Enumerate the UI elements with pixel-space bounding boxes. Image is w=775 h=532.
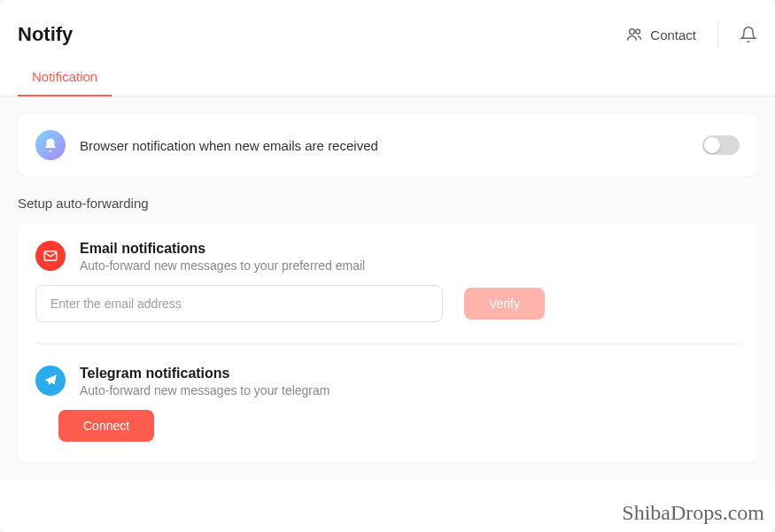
section-label: Setup auto-forwarding <box>18 196 757 211</box>
bell-icon[interactable] <box>740 26 757 43</box>
email-notif-subtitle: Auto-forward new messages to your prefer… <box>80 258 365 273</box>
divider <box>717 21 718 48</box>
verify-button[interactable]: Verify <box>464 288 545 320</box>
connect-button[interactable]: Connect <box>58 410 154 442</box>
telegram-notif-subtitle: Auto-forward new messages to your telegr… <box>80 383 329 397</box>
watermark: ShibaDrops.com <box>622 501 764 525</box>
email-icon <box>35 241 66 271</box>
users-icon <box>625 26 643 43</box>
svg-point-1 <box>636 29 640 34</box>
contact-label: Contact <box>650 27 696 42</box>
telegram-notif-title: Telegram notifications <box>80 366 329 382</box>
contact-link[interactable]: Contact <box>625 26 696 43</box>
bell-gradient-icon <box>35 130 66 160</box>
browser-notif-toggle[interactable] <box>702 135 740 155</box>
tab-notification[interactable]: Notification <box>18 62 112 96</box>
email-field[interactable] <box>35 285 443 322</box>
browser-notif-label: Browser notification when new emails are… <box>80 138 617 153</box>
divider <box>35 343 740 344</box>
email-notif-title: Email notifications <box>80 241 365 257</box>
svg-point-0 <box>630 29 635 35</box>
telegram-icon <box>35 366 66 396</box>
page-title: Notify <box>18 23 73 46</box>
